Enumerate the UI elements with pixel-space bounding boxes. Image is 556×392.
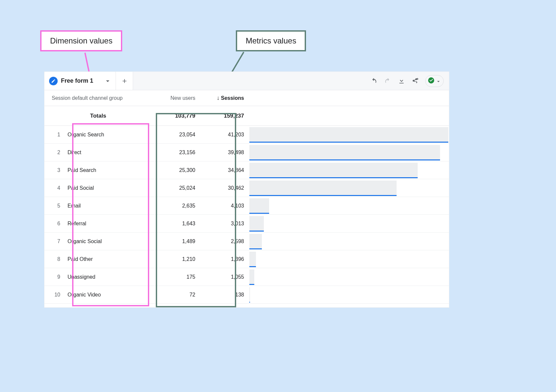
row-number: 7 — [44, 238, 66, 244]
table-row[interactable]: 6Referral1,6433,013 — [44, 215, 449, 233]
cell-new-users: 1,643 — [152, 221, 201, 227]
row-number: 1 — [44, 132, 66, 138]
redo-button[interactable] — [384, 77, 392, 85]
toolbar-right — [370, 75, 449, 87]
report-panel: Free form 1 — [44, 71, 449, 308]
annotation-metrics-values: Metrics values — [236, 30, 306, 51]
row-number: 10 — [44, 292, 66, 298]
cell-new-users: 25,024 — [152, 185, 201, 191]
cell-new-users: 23,156 — [152, 150, 201, 155]
row-bar — [249, 179, 449, 197]
dimension-value: Paid Other — [66, 256, 152, 262]
row-bar — [249, 250, 449, 268]
add-tab-button[interactable] — [116, 72, 133, 90]
edit-icon — [49, 77, 58, 85]
totals-row: Totals 103,779 159,237 — [44, 106, 449, 126]
tab-title: Free form 1 — [61, 77, 93, 84]
chevron-down-icon[interactable] — [106, 78, 110, 84]
row-bar — [249, 144, 449, 161]
row-number: 8 — [44, 256, 66, 262]
cell-sessions: 4,103 — [201, 203, 249, 209]
row-number: 9 — [44, 274, 66, 280]
data-rows: 1Organic Search23,05441,2032Direct23,156… — [44, 126, 449, 304]
row-bar — [249, 268, 449, 286]
header-sessions[interactable]: ↓ Sessions — [201, 90, 249, 106]
cell-sessions: 1,396 — [201, 256, 249, 262]
table-row[interactable]: 4Paid Social25,02430,462 — [44, 179, 449, 197]
undo-button[interactable] — [370, 77, 378, 85]
cell-new-users: 25,300 — [152, 167, 201, 173]
dimension-value: Referral — [66, 221, 152, 227]
tab-freeform-1[interactable]: Free form 1 — [44, 72, 116, 90]
table-row[interactable]: 3Paid Search25,30034,864 — [44, 161, 449, 179]
row-bar — [249, 286, 449, 303]
chevron-down-icon — [437, 78, 440, 84]
cell-new-users: 175 — [152, 274, 201, 280]
sort-desc-icon: ↓ — [217, 95, 220, 101]
row-number: 5 — [44, 203, 66, 209]
cell-new-users: 1,210 — [152, 256, 201, 262]
cell-new-users: 1,489 — [152, 238, 201, 244]
column-headers: Session default channel group New users … — [44, 90, 449, 106]
dimension-value: Paid Social — [66, 185, 152, 191]
dimension-value: Paid Search — [66, 167, 152, 173]
table-row[interactable]: 2Direct23,15639,498 — [44, 144, 449, 161]
row-bar — [249, 215, 449, 232]
cell-sessions: 3,013 — [201, 221, 249, 227]
check-circle-icon — [428, 77, 435, 85]
row-number: 4 — [44, 185, 66, 191]
totals-label: Totals — [44, 113, 152, 119]
totals-new-users: 103,779 — [152, 113, 201, 119]
row-number: 6 — [44, 221, 66, 227]
table-row[interactable]: 8Paid Other1,2101,396 — [44, 250, 449, 268]
cell-sessions: 138 — [201, 292, 249, 298]
share-button[interactable] — [411, 77, 419, 85]
cell-sessions: 41,203 — [201, 132, 249, 138]
row-bar — [249, 126, 449, 143]
cell-new-users: 23,054 — [152, 132, 201, 138]
table-row[interactable]: 10Organic Video72138 — [44, 286, 449, 304]
dimension-value: Email — [66, 203, 152, 209]
cell-sessions: 1,055 — [201, 274, 249, 280]
row-bar — [249, 233, 449, 250]
row-number: 2 — [44, 150, 66, 155]
row-bar — [249, 161, 449, 179]
table-row[interactable]: 5Email2,6354,103 — [44, 197, 449, 215]
cell-sessions: 39,498 — [201, 150, 249, 155]
table-row[interactable]: 7Organic Social1,4892,598 — [44, 233, 449, 250]
status-pill[interactable] — [425, 75, 444, 87]
cell-new-users: 2,635 — [152, 203, 201, 209]
row-number: 3 — [44, 167, 66, 173]
dimension-value: Organic Search — [66, 132, 152, 138]
header-dimension[interactable]: Session default channel group — [44, 90, 152, 106]
cell-sessions: 34,864 — [201, 167, 249, 173]
table-row[interactable]: 1Organic Search23,05441,203 — [44, 126, 449, 144]
annotation-dimension-values: Dimension values — [40, 30, 122, 51]
dimension-value: Organic Social — [66, 238, 152, 244]
totals-sessions: 159,237 — [201, 113, 249, 119]
dimension-value: Organic Video — [66, 292, 152, 298]
dimension-value: Unassigned — [66, 274, 152, 280]
cell-sessions: 30,462 — [201, 185, 249, 191]
download-button[interactable] — [398, 77, 405, 85]
tab-bar: Free form 1 — [44, 72, 449, 90]
header-new-users[interactable]: New users — [152, 90, 201, 106]
row-bar — [249, 197, 449, 214]
dimension-value: Direct — [66, 150, 152, 155]
cell-sessions: 2,598 — [201, 238, 249, 244]
header-sessions-label: Sessions — [221, 95, 244, 101]
cell-new-users: 72 — [152, 292, 201, 298]
table-row[interactable]: 9Unassigned1751,055 — [44, 268, 449, 286]
